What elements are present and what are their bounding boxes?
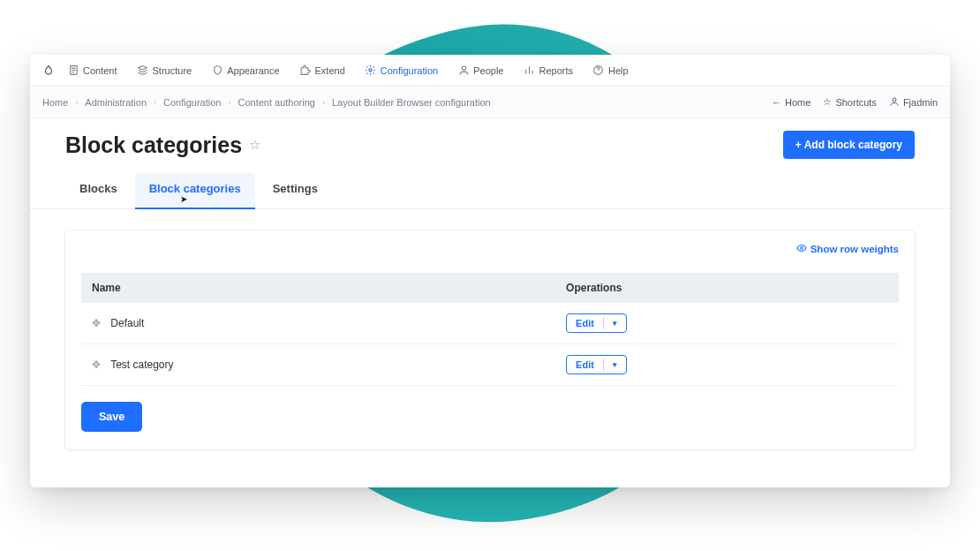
toolbar-label: Configuration	[381, 65, 438, 76]
toolbar-appearance[interactable]: Appearance	[204, 61, 286, 80]
tab-block-categories[interactable]: Block categories	[135, 173, 255, 209]
toolbar-label: People	[473, 65, 503, 76]
table-row: ✥ Default Edit ▾	[81, 303, 899, 344]
breadcrumb-item[interactable]: Home	[42, 97, 68, 108]
breadcrumb-item[interactable]: Layout Builder Browser configuration	[332, 97, 491, 108]
secondary-right: ← Home ☆ Shortcuts Fjadmin	[772, 96, 938, 109]
categories-card: Show row weights Name Operations ✥ Defau…	[65, 230, 915, 449]
divider	[603, 359, 604, 371]
stack-icon	[137, 64, 149, 77]
chevron-right-icon: ›	[154, 98, 156, 107]
col-name: Name	[81, 273, 555, 303]
breadcrumb-item[interactable]: Configuration	[163, 97, 221, 108]
toolbar-label: Reports	[539, 65, 573, 76]
category-name: Default	[110, 317, 144, 329]
arrow-left-icon: ←	[772, 97, 781, 108]
save-button[interactable]: Save	[81, 402, 142, 432]
toolbar-label: Extend	[315, 65, 345, 76]
toolbar-extend[interactable]: Extend	[292, 61, 352, 80]
toolbar-structure[interactable]: Structure	[130, 61, 200, 80]
col-operations: Operations	[555, 273, 899, 303]
local-tabs: Blocks Block categories Settings ➤	[30, 159, 950, 209]
breadcrumb: Home › Administration › Configuration › …	[42, 97, 491, 108]
show-row-weights-link[interactable]: Show row weights	[796, 243, 899, 255]
star-icon: ☆	[823, 96, 832, 108]
chevron-down-icon: ▾	[613, 319, 617, 328]
toolbar-label: Structure	[153, 65, 192, 76]
svg-point-4	[893, 98, 896, 102]
secondary-home[interactable]: ← Home	[772, 97, 810, 108]
secondary-label: Shortcuts	[835, 97, 876, 108]
eye-icon	[796, 243, 807, 255]
chevron-right-icon: ›	[322, 98, 325, 107]
favorite-star-icon[interactable]: ☆	[249, 137, 260, 153]
drupal-logo-icon[interactable]	[42, 64, 55, 77]
toolbar-people[interactable]: People	[450, 61, 510, 80]
person-icon	[457, 64, 470, 77]
edit-label: Edit	[576, 318, 594, 328]
secondary-label: Home	[785, 97, 810, 108]
page-title: Block categories	[65, 132, 242, 158]
drag-handle-icon[interactable]: ✥	[92, 359, 101, 371]
category-name: Test category	[110, 359, 173, 371]
secondary-label: Fjadmin	[903, 97, 938, 108]
svg-point-2	[462, 66, 465, 70]
show-row-weights-label: Show row weights	[810, 244, 899, 254]
divider	[603, 317, 604, 329]
toolbar-configuration[interactable]: Configuration	[358, 61, 445, 80]
admin-toolbar: Content Structure Appearance Extend Conf…	[30, 55, 950, 87]
categories-table: Name Operations ✥ Default Edit	[81, 273, 899, 386]
breadcrumb-item[interactable]: Administration	[85, 97, 147, 108]
add-block-category-button[interactable]: + Add block category	[783, 131, 915, 159]
title-row: Block categories ☆ + Add block category	[30, 118, 950, 159]
shield-icon	[211, 64, 223, 77]
secondary-shortcuts[interactable]: ☆ Shortcuts	[823, 96, 876, 108]
chevron-down-icon: ▾	[613, 360, 617, 369]
help-icon	[592, 64, 605, 77]
edit-label: Edit	[576, 359, 594, 370]
tab-blocks[interactable]: Blocks	[65, 173, 132, 208]
toolbar-reports[interactable]: Reports	[516, 61, 580, 80]
toolbar-label: Appearance	[227, 65, 279, 76]
gear-icon	[365, 64, 377, 77]
chevron-right-icon: ›	[228, 98, 230, 107]
toolbar-label: Help	[608, 65, 629, 76]
secondary-user[interactable]: Fjadmin	[889, 96, 938, 109]
tab-settings[interactable]: Settings	[259, 173, 332, 208]
edit-dropdown-button[interactable]: Edit ▾	[566, 313, 627, 333]
drag-handle-icon[interactable]: ✥	[92, 317, 101, 329]
breadcrumb-item[interactable]: Content authoring	[237, 97, 314, 108]
document-icon	[67, 64, 79, 77]
toolbar-content[interactable]: Content	[60, 61, 124, 80]
svg-point-1	[369, 69, 372, 72]
puzzle-icon	[299, 64, 312, 77]
bar-chart-icon	[523, 64, 535, 77]
svg-point-5	[800, 247, 803, 250]
content-region: Show row weights Name Operations ✥ Defau…	[30, 209, 950, 471]
app-window: Content Structure Appearance Extend Conf…	[30, 55, 950, 487]
person-icon	[889, 96, 900, 109]
table-row: ✥ Test category Edit ▾	[81, 344, 899, 386]
toolbar-label: Content	[83, 65, 117, 76]
cursor-icon: ➤	[180, 194, 187, 204]
toolbar-help[interactable]: Help	[585, 61, 636, 80]
secondary-bar: Home › Administration › Configuration › …	[30, 87, 950, 118]
chevron-right-icon: ›	[75, 98, 78, 107]
edit-dropdown-button[interactable]: Edit ▾	[566, 355, 627, 374]
